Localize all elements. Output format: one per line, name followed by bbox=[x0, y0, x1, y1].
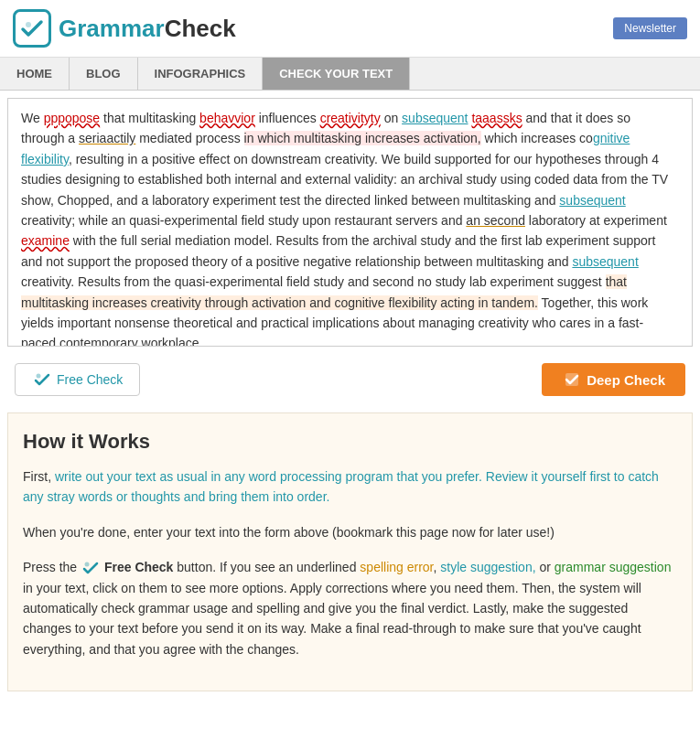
header: GrammarCheck Newsletter bbox=[0, 0, 700, 58]
free-check-button[interactable]: Free Check bbox=[15, 363, 140, 396]
text-editor-section: We pppopose that multitasking behavvior … bbox=[7, 98, 693, 347]
nav-check-your-text[interactable]: CHECK YOUR TEXT bbox=[263, 58, 410, 90]
deep-check-button[interactable]: Deep Check bbox=[542, 363, 685, 396]
logo-text: GrammarCheck bbox=[59, 15, 236, 43]
how-it-works-title: How it Works bbox=[23, 430, 677, 454]
logo-area: GrammarCheck bbox=[13, 9, 236, 48]
nav-infographics[interactable]: INFOGRAPHICS bbox=[138, 58, 264, 90]
spell-error-creativityty: creativityty bbox=[320, 111, 381, 125]
highlight-in-which: in which multitasking increases activati… bbox=[244, 131, 481, 145]
logo-grammar: Grammar bbox=[59, 15, 165, 42]
nav-home[interactable]: HOME bbox=[0, 58, 70, 90]
spell-error-pppopose: pppopose bbox=[44, 111, 101, 125]
style-seriaactily: seriaactily bbox=[79, 131, 135, 145]
svg-point-1 bbox=[37, 374, 41, 379]
how-para-1: First, write out your text as usual in a… bbox=[23, 466, 677, 508]
text-content[interactable]: We pppopose that multitasking behavvior … bbox=[21, 108, 679, 346]
spell-error-behavvior: behavvior bbox=[199, 111, 255, 125]
free-check-inline-icon bbox=[82, 560, 99, 576]
grammar-subsequent-2: subsequent bbox=[559, 193, 625, 208]
spell-error-taaassks: taaassks bbox=[471, 111, 522, 125]
free-check-icon bbox=[34, 371, 50, 388]
how-para-2-text: When you're done, enter your text into t… bbox=[23, 525, 555, 540]
logo-icon bbox=[13, 9, 51, 48]
buttons-row: Free Check Deep Check bbox=[7, 354, 693, 405]
grammar-subsequent-3: subsequent bbox=[572, 254, 638, 269]
newsletter-button[interactable]: Newsletter bbox=[613, 17, 687, 39]
how-para-1-blue: write out your text as usual in any word… bbox=[23, 469, 659, 504]
grammar-suggestion-label: grammar suggestion bbox=[555, 560, 672, 574]
how-para-2: When you're done, enter your text into t… bbox=[23, 522, 677, 542]
nav-bar: HOME BLOG INFOGRAPHICS CHECK YOUR TEXT bbox=[0, 58, 700, 91]
spelling-error-label: spelling error bbox=[360, 560, 433, 574]
svg-point-3 bbox=[85, 562, 90, 567]
nav-blog[interactable]: BLOG bbox=[70, 58, 138, 90]
svg-point-0 bbox=[26, 22, 31, 27]
highlight-suggest: that multitasking increases creativity t… bbox=[21, 274, 627, 309]
deep-check-icon bbox=[564, 371, 580, 388]
spell-error-examine: examine bbox=[21, 233, 70, 248]
how-para-3: Press the Free Check button. If you see … bbox=[23, 557, 677, 659]
grammar-subsequent-1: subsequent bbox=[402, 111, 468, 125]
style-suggestion-label: style suggestion, bbox=[440, 560, 535, 574]
how-it-works-section: How it Works First, write out your text … bbox=[7, 412, 693, 691]
logo-check-word: Check bbox=[165, 15, 236, 42]
free-check-bold: Free Check bbox=[104, 560, 173, 574]
style-an-second: an second bbox=[466, 213, 525, 228]
